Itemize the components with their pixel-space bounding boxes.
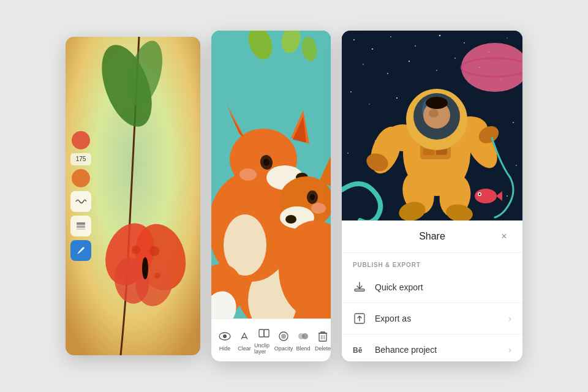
left-toolbar: 175	[70, 131, 91, 261]
share-header: Share ×	[342, 221, 522, 253]
svg-point-74	[369, 104, 370, 105]
svg-point-7	[142, 257, 148, 279]
delete-icon	[315, 329, 330, 344]
brush-size-badge: 175	[70, 153, 91, 165]
space-image	[342, 31, 522, 221]
quick-export-item[interactable]: Quick export	[342, 272, 522, 303]
svg-point-8	[149, 246, 159, 256]
opacity-tool[interactable]: Opacity	[274, 329, 293, 352]
svg-point-106	[426, 97, 448, 109]
svg-point-55	[302, 333, 308, 339]
fox-panel: " T	[211, 31, 331, 361]
export-as-chevron: ›	[508, 314, 511, 323]
svg-rect-51	[264, 330, 269, 337]
svg-point-105	[429, 109, 439, 118]
delete-tool[interactable]: Delete	[313, 329, 331, 352]
behance-item[interactable]: Bē Behance project ›	[342, 334, 522, 361]
blend-icon	[296, 329, 311, 344]
svg-point-63	[464, 42, 465, 43]
hide-tool[interactable]: Hide	[215, 329, 235, 352]
svg-point-9	[132, 246, 140, 254]
share-panel-container: Share × PUBLISH & EXPORT Quick export Ex…	[342, 31, 522, 361]
svg-point-59	[372, 48, 373, 50]
svg-rect-11	[77, 222, 85, 225]
clear-label: Clear	[238, 345, 251, 352]
svg-rect-113	[355, 290, 364, 292]
svg-text:Bē: Bē	[353, 346, 363, 354]
fox-canvas	[211, 31, 331, 318]
color-swatch-orange[interactable]	[72, 169, 90, 187]
svg-point-43	[311, 203, 326, 214]
svg-point-68	[409, 61, 410, 62]
svg-point-110	[479, 194, 481, 195]
clear-tool[interactable]: Clear	[235, 329, 254, 352]
unclip-tool[interactable]: Unclip layer	[254, 326, 274, 355]
hide-label: Hide	[219, 345, 231, 352]
svg-rect-12	[77, 225, 85, 228]
svg-point-66	[363, 64, 364, 65]
svg-rect-13	[77, 228, 85, 230]
export-as-label: Export as	[375, 314, 500, 323]
behance-icon: Bē	[353, 343, 366, 356]
svg-point-65	[507, 37, 508, 39]
svg-point-40	[285, 215, 296, 224]
export-as-item[interactable]: Export as ›	[342, 303, 522, 334]
quick-export-icon	[353, 281, 366, 294]
opacity-icon	[276, 329, 291, 344]
unclip-icon	[257, 326, 271, 341]
svg-point-37	[239, 168, 257, 181]
svg-point-69	[436, 70, 437, 71]
layers-tool[interactable]	[70, 216, 91, 236]
svg-point-77	[347, 153, 349, 154]
close-button[interactable]: ×	[497, 229, 511, 244]
svg-point-82	[507, 195, 508, 197]
svg-point-61	[415, 45, 416, 47]
svg-point-73	[350, 91, 352, 92]
bottom-toolbar: Hide Clear Unclip layer Opacity	[211, 318, 331, 361]
svg-point-62	[439, 35, 441, 37]
export-as-icon	[353, 312, 366, 325]
svg-point-42	[310, 194, 315, 200]
svg-point-60	[390, 36, 391, 37]
share-panel: Share × PUBLISH & EXPORT Quick export Ex…	[342, 221, 522, 361]
svg-point-53	[281, 334, 286, 339]
svg-point-76	[513, 122, 514, 123]
clear-icon	[237, 329, 252, 344]
svg-point-67	[387, 73, 388, 74]
butterfly-panel: 175	[66, 37, 200, 355]
behance-chevron: ›	[508, 345, 511, 355]
blend-label: Blend	[296, 345, 310, 352]
share-title: Share	[368, 231, 497, 242]
delete-label: Delete	[315, 345, 331, 352]
svg-rect-50	[259, 330, 264, 337]
svg-point-80	[516, 165, 517, 166]
main-container: 175 "	[0, 0, 588, 392]
color-swatch-coral[interactable]	[72, 131, 90, 149]
opacity-label: Opacity	[274, 345, 293, 352]
wave-tool[interactable]	[70, 191, 91, 212]
svg-point-49	[223, 334, 227, 338]
blend-tool[interactable]: Blend	[293, 329, 313, 352]
svg-point-70	[454, 58, 456, 59]
svg-point-58	[353, 39, 355, 40]
behance-label: Behance project	[375, 345, 500, 355]
brush-tool-active[interactable]	[70, 240, 91, 261]
unclip-label: Unclip layer	[254, 342, 274, 355]
svg-point-107	[475, 189, 497, 203]
eye-icon	[217, 329, 232, 344]
publish-export-label: PUBLISH & EXPORT	[342, 253, 522, 272]
quick-export-label: Quick export	[375, 282, 511, 292]
svg-point-75	[396, 97, 398, 99]
svg-point-10	[154, 273, 160, 279]
